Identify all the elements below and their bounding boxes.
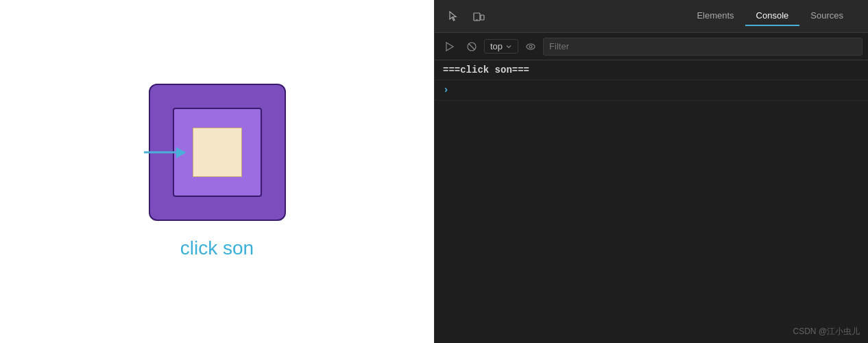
prompt-caret-icon: › — [443, 84, 449, 96]
run-icon[interactable] — [440, 37, 459, 56]
console-log-line: ===click son=== — [435, 60, 868, 80]
center-box[interactable] — [193, 128, 242, 177]
eye-icon[interactable] — [521, 37, 540, 56]
svg-line-5 — [469, 43, 475, 49]
inspector-icon[interactable] — [443, 5, 465, 27]
svg-rect-1 — [481, 15, 484, 20]
box-diagram[interactable] — [149, 84, 286, 221]
devtools-toolbar: Elements Console Sources — [435, 0, 868, 33]
devtools-panel: Elements Console Sources top — [434, 0, 868, 343]
arrow-icon — [144, 152, 185, 154]
svg-point-6 — [527, 44, 535, 49]
console-log-text: ===click son=== — [443, 64, 529, 75]
svg-point-7 — [529, 45, 532, 48]
filter-input[interactable] — [543, 38, 863, 56]
tab-sources[interactable]: Sources — [799, 6, 854, 26]
console-toolbar: top — [435, 33, 868, 60]
tab-elements[interactable]: Elements — [686, 6, 745, 26]
chevron-down-icon — [505, 43, 512, 50]
clear-errors-icon[interactable] — [462, 37, 481, 56]
svg-marker-3 — [446, 43, 453, 51]
context-dropdown[interactable]: top — [484, 39, 518, 54]
arrow-container — [144, 152, 185, 154]
console-output: ===click son=== › — [435, 60, 868, 343]
tab-console[interactable]: Console — [745, 6, 800, 26]
click-son-label: click son — [180, 237, 254, 259]
left-panel: click son — [0, 0, 434, 343]
inner-box[interactable] — [173, 108, 262, 197]
watermark: CSDN @江小虫儿 — [793, 326, 860, 338]
device-icon[interactable] — [468, 5, 490, 27]
outer-box[interactable] — [149, 84, 286, 221]
context-dropdown-label: top — [490, 41, 503, 51]
svg-rect-0 — [474, 13, 480, 21]
tab-bar: Elements Console Sources — [492, 6, 860, 26]
console-prompt-line[interactable]: › — [435, 80, 868, 101]
